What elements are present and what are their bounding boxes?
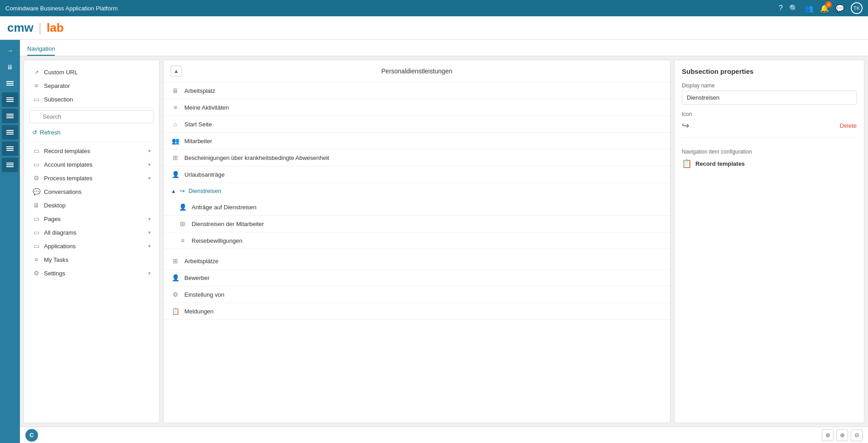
- subsection-dienstreisen-label: Dienstreisen: [188, 188, 221, 194]
- meldungen-label: Meldungen: [184, 308, 213, 315]
- icon-label: Icon: [682, 111, 857, 117]
- sidebar-icon-menu-4[interactable]: [2, 141, 18, 156]
- nav-item-subsection[interactable]: ▭ Subsection: [29, 92, 154, 106]
- all-diagrams-label: All diagrams: [44, 229, 145, 236]
- urlaubsantraege-label: Urlaubsanträge: [184, 171, 225, 178]
- chevron-icon-record: ▾: [148, 148, 151, 154]
- record-templates-item[interactable]: 📋 Record templates: [682, 159, 857, 169]
- divider-2: [29, 142, 154, 142]
- entry-arbeitsplaetze[interactable]: ⊞ Arbeitsplätze: [164, 253, 670, 270]
- entry-urlaubsantraege[interactable]: 👤 Urlaubsanträge: [164, 166, 670, 183]
- entry-mitarbeiter[interactable]: 👥 Mitarbeiter: [164, 133, 670, 149]
- content-area: Navigation ↗ Custom URL ≡ Separator ▭ Su…: [20, 40, 868, 443]
- nav-item-separator[interactable]: ≡ Separator: [29, 79, 154, 92]
- subsection-label: Subsection: [44, 96, 151, 103]
- subsection-properties-title: Subsection properties: [682, 67, 857, 75]
- mitarbeiter-label: Mitarbeiter: [184, 138, 212, 144]
- entry-start-seite[interactable]: ⌂ Start Seite: [164, 116, 670, 133]
- nav-item-account-templates[interactable]: ▭ Account templates ▾: [29, 158, 154, 171]
- display-name-input[interactable]: [682, 91, 857, 105]
- middle-panel-header: ▲ Personaldienstleistungen: [164, 60, 670, 82]
- nav-item-process-templates[interactable]: ⚙ Process templates ▾: [29, 171, 154, 185]
- avatar-button[interactable]: TK: [851, 2, 863, 14]
- arbeitsplatz-label: Arbeitsplatz: [184, 87, 215, 94]
- settings-icon: ⚙: [32, 270, 40, 277]
- entry-einstellung[interactable]: ⚙ Einstellung von: [164, 286, 670, 303]
- nav-tab-bar: Navigation: [20, 40, 868, 56]
- search-icon[interactable]: 🔍: [789, 4, 798, 13]
- delete-button[interactable]: Delete: [839, 122, 857, 129]
- bottom-add-icon-1[interactable]: ⊕: [822, 429, 834, 441]
- entry-dienstreisen-mitarbeiter[interactable]: ⊞ Dienstreisen der Mitarbeiter: [164, 216, 670, 232]
- nav-item-desktop[interactable]: 🖥 Desktop: [29, 198, 154, 212]
- topbar: Comindware Business Application Platform…: [0, 0, 868, 16]
- dienstreisen-mitarbeiter-icon: ⊞: [178, 220, 187, 227]
- help-icon[interactable]: ?: [779, 4, 783, 12]
- chat-icon[interactable]: 💬: [835, 4, 844, 13]
- antraege-label: Anträge auf Dienstreisen: [192, 204, 256, 211]
- chevron-icon-applications: ▾: [148, 243, 151, 249]
- entry-antraege[interactable]: 👤 Anträge auf Dienstreisen: [164, 199, 670, 216]
- antraege-icon: 👤: [178, 203, 187, 211]
- entry-reisebewilligungen[interactable]: ≡ Reisebewilligungen: [164, 232, 670, 249]
- bescheinigungen-icon: ⊞: [171, 154, 180, 161]
- bell-icon[interactable]: 🔔 4: [820, 4, 829, 13]
- record-templates-icon: ▭: [32, 147, 40, 154]
- dienstreisen-mitarbeiter-label: Dienstreisen der Mitarbeiter: [192, 221, 264, 227]
- chevron-icon-pages: ▾: [148, 216, 151, 222]
- subsection-dienstreisen[interactable]: ▲ ↪ Dienstreisen: [164, 183, 670, 199]
- sidebar-icon-menu-2[interactable]: [2, 109, 18, 123]
- refresh-label: Refresh: [40, 129, 61, 136]
- entry-bewerber[interactable]: 👤 Bewerber: [164, 270, 670, 286]
- right-panel: Subsection properties Display name Icon …: [674, 60, 864, 423]
- nav-item-pages[interactable]: ▭ Pages ▾: [29, 212, 154, 226]
- entry-meine-aktivitaeten[interactable]: ≡ Meine Aktivitäten: [164, 99, 670, 116]
- custom-url-icon: ↗: [32, 69, 40, 76]
- bewerber-icon: 👤: [171, 274, 180, 281]
- sidebar-icon-list[interactable]: [2, 76, 18, 91]
- bottom-remove-icon[interactable]: ⊖: [851, 429, 863, 441]
- sidebar-icon-menu-5[interactable]: [2, 158, 18, 172]
- bottom-add-icon-2[interactable]: ⊕: [836, 429, 848, 441]
- nav-item-applications[interactable]: ▭ Applications ▾: [29, 239, 154, 253]
- sidebar-icon-menu-1[interactable]: [2, 92, 18, 107]
- arbeitsplaetze-icon: ⊞: [171, 257, 180, 265]
- nav-config-label: Navigation item configuration: [682, 149, 857, 155]
- three-panels: ↗ Custom URL ≡ Separator ▭ Subsection 🔍: [20, 56, 868, 427]
- nav-item-all-diagrams[interactable]: ▭ All diagrams ▾: [29, 226, 154, 239]
- nav-item-my-tasks[interactable]: ≡ My Tasks: [29, 253, 154, 266]
- navigation-tab[interactable]: Navigation: [27, 42, 55, 56]
- nav-item-record-templates[interactable]: ▭ Record templates ▾: [29, 144, 154, 158]
- record-templates-item-icon: 📋: [682, 159, 692, 169]
- my-tasks-label: My Tasks: [44, 256, 151, 263]
- chevron-icon-diagrams: ▾: [148, 230, 151, 236]
- entry-arbeitsplatz[interactable]: 🖥 Arbeitsplatz: [164, 82, 670, 99]
- sidebar-icon-arrow[interactable]: →: [2, 43, 18, 58]
- entry-bescheinigungen[interactable]: ⊞ Bescheinigungen über krankheitsbedingt…: [164, 149, 670, 166]
- refresh-button[interactable]: ↺ Refresh: [29, 127, 154, 138]
- bewerber-label: Bewerber: [184, 274, 210, 281]
- logobar: cmw | lab: [0, 16, 868, 40]
- collapse-button[interactable]: ▲: [171, 66, 182, 77]
- applications-label: Applications: [44, 243, 145, 250]
- desktop-label: Desktop: [44, 202, 151, 209]
- sidebar-icon-menu-3[interactable]: [2, 125, 18, 140]
- nav-item-conversations[interactable]: 💬 Conversations: [29, 185, 154, 198]
- meine-aktivitaeten-icon: ≡: [171, 104, 180, 111]
- app-title: Comindware Business Application Platform: [5, 5, 118, 12]
- pages-icon: ▭: [32, 215, 40, 222]
- nav-item-custom-url[interactable]: ↗ Custom URL: [29, 66, 154, 79]
- nav-item-settings[interactable]: ⚙ Settings ▾: [29, 266, 154, 280]
- chevron-icon-account: ▾: [148, 162, 151, 168]
- c-button[interactable]: C: [25, 429, 38, 442]
- icon-display: ↪ Delete: [682, 120, 857, 131]
- my-tasks-icon: ≡: [32, 256, 40, 263]
- display-name-label: Display name: [682, 82, 857, 89]
- mitarbeiter-icon: 👥: [171, 137, 180, 144]
- users-icon[interactable]: 👥: [805, 4, 814, 13]
- account-templates-icon: ▭: [32, 161, 40, 168]
- entry-meldungen[interactable]: 📋 Meldungen: [164, 303, 670, 320]
- process-templates-label: Process templates: [44, 175, 145, 182]
- search-input[interactable]: [29, 110, 154, 123]
- sidebar-icon-monitor[interactable]: 🖥: [2, 60, 18, 74]
